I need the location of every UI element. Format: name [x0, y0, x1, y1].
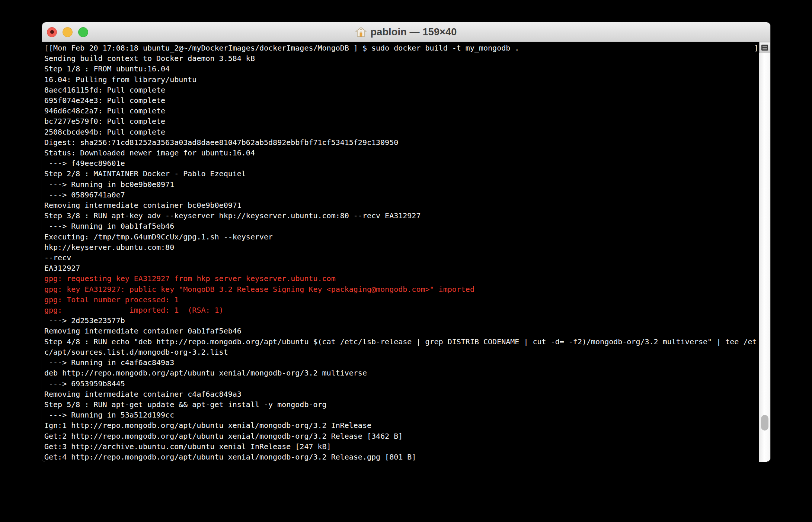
terminal-line-text: Removing intermediate container 0ab1faf5…	[44, 326, 242, 336]
terminal-line-text: ---> Running in c4af6ac849a3	[44, 357, 174, 368]
terminal-line: hkp://keyserver.ubuntu.com:80	[44, 242, 758, 252]
terminal-line-text: gpg: imported: 1 (RSA: 1)	[44, 305, 224, 315]
terminal-line: ---> Running in bc0e9b0e0971	[44, 179, 758, 190]
terminal-line: deb http://repo.mongodb.org/apt/ubuntu x…	[44, 368, 758, 378]
terminal-line: gpg: key EA312927: public key "MongoDB 3…	[44, 284, 758, 294]
terminal-line: bc7277e579f0: Pull complete	[44, 116, 758, 126]
terminal-line-text: 2508cbcde94b: Pull complete	[44, 127, 165, 137]
terminal-line: Status: Downloaded newer image for ubunt…	[44, 148, 758, 158]
terminal-line-text: ---> Running in bc0e9b0e0971	[44, 179, 174, 190]
terminal-line: 2508cbcde94b: Pull complete	[44, 127, 758, 137]
terminal-line: Step 4/8 : RUN echo "deb http://repo.mon…	[44, 336, 758, 347]
terminal-line: ---> f49eec89601e	[44, 158, 758, 168]
terminal-line-text: Step 4/8 : RUN echo "deb http://repo.mon…	[44, 336, 757, 347]
close-button[interactable]	[47, 27, 57, 37]
terminal-line-text: Get:2 http://repo.mongodb.org/apt/ubuntu…	[44, 431, 403, 441]
terminal-line-text: EA312927	[44, 263, 80, 273]
scrollbar-track[interactable]	[759, 53, 770, 462]
terminal-line-text: deb http://repo.mongodb.org/apt/ubuntu x…	[44, 368, 367, 378]
terminal-line: Digest: sha256:71cd81252a3563a03ad8daee8…	[44, 137, 758, 148]
terminal-line-text: Step 3/8 : RUN apt-key adv --keyserver h…	[44, 210, 421, 221]
terminal-line-text: Sending build context to Docker daemon 3…	[44, 53, 255, 64]
terminal-line-text: ---> 05896741a0e7	[44, 190, 125, 200]
terminal-line-text: Digest: sha256:71cd81252a3563a03ad8daee8…	[44, 137, 398, 148]
terminal-line: Removing intermediate container bc0e9b0e…	[44, 200, 758, 210]
home-icon[interactable]	[355, 26, 367, 38]
terminal-output: [[Mon Feb 20 17:08:18 ubuntu_2@~/myDocke…	[44, 43, 758, 462]
terminal-line: Step 1/8 : FROM ubuntu:16.04	[44, 64, 758, 74]
terminal-line: c/apt/sources.list.d/mongodb-org-3.2.lis…	[44, 347, 758, 357]
terminal-line-text: Get:4 http://repo.mongodb.org/apt/ubuntu…	[44, 452, 416, 462]
terminal-line-text: Ign:1 http://repo.mongodb.org/apt/ubuntu…	[44, 420, 371, 431]
line-right-bracket: ]	[754, 43, 758, 53]
terminal-line: EA312927	[44, 263, 758, 273]
terminal-line: gpg: Total number processed: 1	[44, 294, 758, 305]
terminal-line: 8aec416115fd: Pull complete	[44, 85, 758, 95]
terminal-line-text: [Mon Feb 20 17:08:18 ubuntu_2@~/myDocker…	[49, 43, 519, 53]
prompt-bracket: [	[44, 43, 49, 53]
traffic-lights	[47, 22, 88, 42]
window-title: pabloin — 159×40	[370, 26, 457, 38]
terminal-line: 16.04: Pulling from library/ubuntu	[44, 74, 758, 85]
terminal-line: Removing intermediate container 0ab1faf5…	[44, 326, 758, 336]
terminal-line-text: 695f074e24e3: Pull complete	[44, 95, 165, 106]
terminal-line-text: gpg: requesting key EA312927 from hkp se…	[44, 273, 336, 284]
terminal-line-text: ---> 2d253e23577b	[44, 315, 125, 326]
terminal-line-text: Step 2/8 : MAINTAINER Docker - Pablo Eze…	[44, 168, 246, 179]
title-group: pabloin — 159×40	[355, 26, 457, 38]
terminal-line: ---> Running in c4af6ac849a3	[44, 357, 758, 368]
terminal-line-text: ---> f49eec89601e	[44, 158, 125, 168]
terminal-line: Ign:1 http://repo.mongodb.org/apt/ubuntu…	[44, 420, 758, 431]
terminal-line: Step 5/8 : RUN apt-get update && apt-get…	[44, 399, 758, 410]
split-pane-button[interactable]	[759, 42, 770, 53]
terminal-line: ---> Running in 53a512d199cc	[44, 410, 758, 420]
terminal-window: pabloin — 159×40 [[Mon Feb 20 17:08:18 u…	[42, 22, 770, 462]
terminal-line-text: Step 5/8 : RUN apt-get update && apt-get…	[44, 399, 327, 410]
terminal-line-text: ---> Running in 53a512d199cc	[44, 410, 174, 420]
terminal-line-text: Removing intermediate container c4af6ac8…	[44, 389, 242, 399]
minimize-button[interactable]	[63, 27, 73, 37]
scrollbar-thumb[interactable]	[761, 415, 768, 431]
scrollbar[interactable]	[759, 42, 770, 462]
terminal-line-text: Executing: /tmp/tmp.G4umD9CcUx/gpg.1.sh …	[44, 232, 273, 242]
terminal-line: gpg: requesting key EA312927 from hkp se…	[44, 273, 758, 284]
terminal-line: --recv	[44, 252, 758, 263]
terminal-line-text: gpg: key EA312927: public key "MongoDB 3…	[44, 284, 474, 294]
terminal-line: Get:3 http://archive.ubuntu.com/ubuntu x…	[44, 441, 758, 452]
terminal-line-text: hkp://keyserver.ubuntu.com:80	[44, 242, 174, 252]
zoom-button[interactable]	[78, 27, 88, 37]
terminal-line: Sending build context to Docker daemon 3…	[44, 53, 758, 64]
terminal-line-text: bc7277e579f0: Pull complete	[44, 116, 165, 126]
terminal-line: Get:2 http://repo.mongodb.org/apt/ubuntu…	[44, 431, 758, 441]
terminal-line: gpg: imported: 1 (RSA: 1)	[44, 305, 758, 315]
terminal-line: Step 2/8 : MAINTAINER Docker - Pablo Eze…	[44, 168, 758, 179]
terminal-line: Get:4 http://repo.mongodb.org/apt/ubuntu…	[44, 452, 758, 462]
window-titlebar[interactable]: pabloin — 159×40	[42, 22, 770, 42]
terminal-line: Removing intermediate container c4af6ac8…	[44, 389, 758, 399]
terminal-line: ---> Running in 0ab1faf5eb46	[44, 221, 758, 231]
terminal-line-text: gpg: Total number processed: 1	[44, 294, 179, 305]
terminal-line-text: 946d6c48c2a7: Pull complete	[44, 106, 165, 116]
split-pane-icon	[761, 45, 768, 51]
terminal-line: 946d6c48c2a7: Pull complete	[44, 106, 758, 116]
terminal-content[interactable]: [[Mon Feb 20 17:08:18 ubuntu_2@~/myDocke…	[42, 42, 770, 462]
terminal-line-text: c/apt/sources.list.d/mongodb-org-3.2.lis…	[44, 347, 228, 357]
terminal-line-text: Get:3 http://archive.ubuntu.com/ubuntu x…	[44, 441, 331, 452]
terminal-line-text: ---> Running in 0ab1faf5eb46	[44, 221, 174, 231]
terminal-line: [[Mon Feb 20 17:08:18 ubuntu_2@~/myDocke…	[44, 43, 758, 53]
terminal-line-text: 8aec416115fd: Pull complete	[44, 85, 165, 95]
terminal-line: 695f074e24e3: Pull complete	[44, 95, 758, 106]
terminal-line-text: ---> 6953959b8445	[44, 378, 125, 389]
terminal-line: Step 3/8 : RUN apt-key adv --keyserver h…	[44, 210, 758, 221]
terminal-line: ---> 05896741a0e7	[44, 190, 758, 200]
terminal-line-text: --recv	[44, 252, 71, 263]
terminal-line-text: Removing intermediate container bc0e9b0e…	[44, 200, 242, 210]
terminal-line-text: Status: Downloaded newer image for ubunt…	[44, 148, 255, 158]
terminal-line: ---> 6953959b8445	[44, 378, 758, 389]
terminal-line-text: Step 1/8 : FROM ubuntu:16.04	[44, 64, 170, 74]
terminal-line: ---> 2d253e23577b	[44, 315, 758, 326]
terminal-line: Executing: /tmp/tmp.G4umD9CcUx/gpg.1.sh …	[44, 232, 758, 242]
terminal-line-text: 16.04: Pulling from library/ubuntu	[44, 74, 196, 85]
